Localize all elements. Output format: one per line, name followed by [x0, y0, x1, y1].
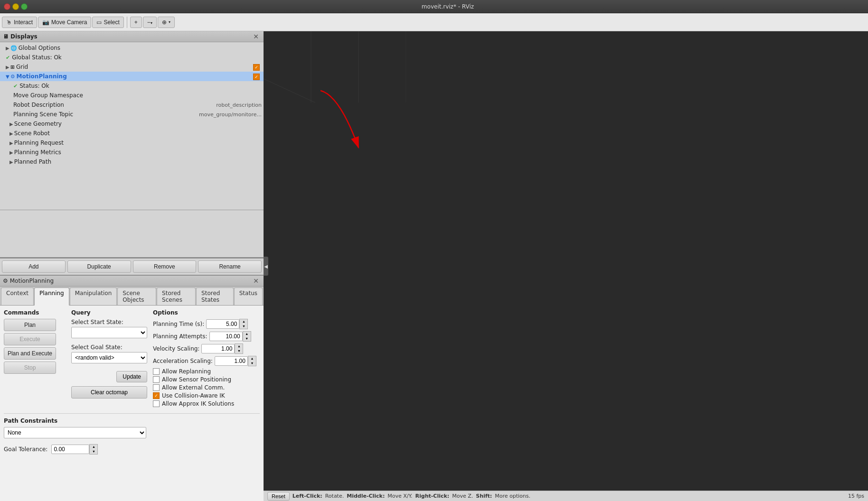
tree-arrow-planning-request[interactable]: ▶	[9, 140, 13, 146]
tab-manipulation[interactable]: Manipulation	[70, 288, 117, 305]
start-state-select[interactable]	[71, 327, 147, 338]
goal-tolerance-input[interactable]	[51, 445, 89, 454]
update-button[interactable]: Update	[116, 371, 147, 382]
planning-time-input[interactable]	[206, 319, 239, 329]
tab-context[interactable]: Context	[1, 288, 34, 305]
acceleration-down[interactable]: ▼	[248, 361, 256, 366]
resize-handle[interactable]	[0, 209, 264, 212]
planning-attempts-row: Planning Attempts: ▲ ▼	[153, 331, 260, 342]
planning-content: Commands Plan Execute Plan and Execute S…	[0, 306, 264, 501]
goal-tolerance-down[interactable]: ▼	[90, 449, 97, 454]
collapse-handle[interactable]: ◀	[264, 257, 268, 276]
tree-item-planned-path[interactable]: ▶ Planned Path	[0, 157, 264, 167]
close-button[interactable]	[4, 3, 10, 10]
tree-arrow-planning-metrics[interactable]: ▶	[9, 150, 13, 155]
allow-approx-checkbox[interactable]	[153, 400, 160, 407]
allow-sensor-checkbox[interactable]	[153, 376, 160, 383]
tree-item-planning-metrics[interactable]: ▶ Planning Metrics	[0, 148, 264, 157]
tree-item-status-ok[interactable]: ✔ Status: Ok	[0, 81, 264, 91]
plan-execute-button[interactable]: Plan and Execute	[4, 347, 56, 360]
tree-item-planning-scene-topic[interactable]: Planning Scene Topic move_group/monitore…	[0, 110, 264, 119]
interact-button[interactable]: 🖱 Interact	[2, 17, 37, 28]
tree-arrow-global[interactable]: ▶	[6, 46, 9, 51]
tree-arrow-scene-robot[interactable]: ▶	[9, 131, 13, 136]
toolbar-crosshair-button[interactable]: ⊕ ▾	[158, 17, 175, 28]
middle-click-action: Move X/Y.	[387, 493, 412, 499]
path-constraints-title: Path Constraints	[4, 418, 260, 424]
stop-button[interactable]: Stop	[4, 362, 56, 374]
displays-close-button[interactable]: ✕	[251, 33, 261, 40]
shift-action: More options.	[495, 493, 530, 499]
tab-stored-scenes[interactable]: Stored Scenes	[157, 288, 196, 305]
goal-tolerance-up[interactable]: ▲	[90, 445, 97, 449]
add-button[interactable]: Add	[2, 260, 66, 273]
grid-svg	[264, 31, 406, 102]
tree-label-status-ok: Status: Ok	[19, 83, 49, 89]
planning-time-up[interactable]: ▲	[240, 319, 247, 324]
tree-arrow-grid[interactable]: ▶	[6, 65, 9, 70]
tree-item-scene-robot[interactable]: ▶ Scene Robot	[0, 129, 264, 138]
tab-status[interactable]: Status	[234, 288, 263, 305]
tree-item-global-options[interactable]: ▶ 🌐 Global Options	[0, 43, 264, 53]
interact-icon: 🖱	[6, 19, 12, 26]
tab-stored-states[interactable]: Stored States	[196, 288, 234, 305]
allow-approx-row: Allow Approx IK Solutions	[153, 400, 260, 407]
mp-close-button[interactable]: ✕	[251, 277, 261, 285]
status-bar: Reset Left-Click: Rotate. Middle-Click: …	[264, 491, 868, 501]
toolbar-minus-button[interactable]: − ▾	[143, 17, 157, 28]
tree-icon-global: 🌐	[10, 45, 17, 51]
grid-checkbox[interactable]	[253, 64, 260, 71]
tree-item-grid[interactable]: ▶ ⊞ Grid	[0, 62, 264, 72]
commands-column: Commands Plan Execute Plan and Execute S…	[4, 309, 66, 408]
tree-item-robot-description[interactable]: Robot Description robot_description	[0, 100, 264, 110]
planning-attempts-input[interactable]	[209, 332, 243, 341]
tree-arrow-planned-path[interactable]: ▶	[9, 159, 13, 165]
tree-item-global-status[interactable]: ✔ Global Status: Ok	[0, 53, 264, 62]
plan-button[interactable]: Plan	[4, 319, 56, 331]
tree-item-planning-request[interactable]: ▶ Planning Request	[0, 138, 264, 148]
allow-external-checkbox[interactable]	[153, 384, 160, 391]
planning-attempts-label: Planning Attempts:	[153, 333, 208, 340]
motion-planning-checkbox[interactable]	[253, 74, 260, 80]
mp-drag-icon: ⚙	[3, 278, 8, 284]
use-collision-checkbox[interactable]	[153, 392, 160, 399]
duplicate-button[interactable]: Duplicate	[67, 260, 131, 273]
move-camera-button[interactable]: 📷 Move Camera	[38, 17, 91, 28]
window-controls[interactable]	[4, 3, 28, 10]
viewport[interactable]: ◀ Reset Left-Click: Rotate. Middle-Click…	[264, 31, 868, 501]
velocity-scaling-input[interactable]	[201, 344, 235, 353]
tree-label-scene-geometry: Scene Geometry	[14, 121, 62, 127]
allow-replanning-checkbox[interactable]	[153, 368, 160, 375]
goal-state-select[interactable]: <random valid>	[71, 352, 147, 363]
left-click-action: Rotate.	[325, 493, 344, 499]
tab-planning[interactable]: Planning	[34, 288, 69, 306]
planning-attempts-down[interactable]: ▼	[243, 336, 251, 341]
planning-attempts-up[interactable]: ▲	[243, 332, 251, 336]
tree-item-motion-planning[interactable]: ▼ ⚙ MotionPlanning	[0, 72, 264, 81]
tree-arrow-motion-planning[interactable]: ▼	[6, 74, 9, 79]
minimize-button[interactable]	[12, 3, 19, 10]
mp-title: MotionPlanning	[10, 278, 54, 284]
tree-arrow-scene-geometry[interactable]: ▶	[9, 121, 13, 127]
check-icon-status: ✔	[13, 83, 18, 89]
tree-item-move-group-ns[interactable]: Move Group Namespace	[0, 91, 264, 100]
planning-time-down[interactable]: ▼	[240, 324, 247, 329]
acceleration-up[interactable]: ▲	[248, 356, 256, 361]
execute-button[interactable]: Execute	[4, 333, 56, 345]
tab-scene-objects[interactable]: Scene Objects	[117, 288, 156, 305]
reset-button[interactable]: Reset	[267, 492, 290, 501]
velocity-up[interactable]: ▲	[235, 344, 243, 349]
tree-item-scene-geometry[interactable]: ▶ Scene Geometry	[0, 119, 264, 129]
clear-octomap-button[interactable]: Clear octomap	[71, 386, 147, 399]
path-constraint-select[interactable]: None	[4, 427, 146, 438]
rename-button[interactable]: Rename	[198, 260, 262, 273]
maximize-button[interactable]	[21, 3, 28, 10]
tree-label-global-status: Global Status: Ok	[12, 54, 62, 61]
remove-button[interactable]: Remove	[133, 260, 197, 273]
options-title: Options	[153, 309, 260, 316]
toolbar-plus-button[interactable]: +	[130, 17, 142, 28]
select-button[interactable]: ▭ Select	[92, 17, 123, 28]
shift-label: Shift:	[476, 493, 492, 499]
velocity-down[interactable]: ▼	[235, 349, 243, 353]
acceleration-scaling-input[interactable]	[215, 356, 248, 366]
